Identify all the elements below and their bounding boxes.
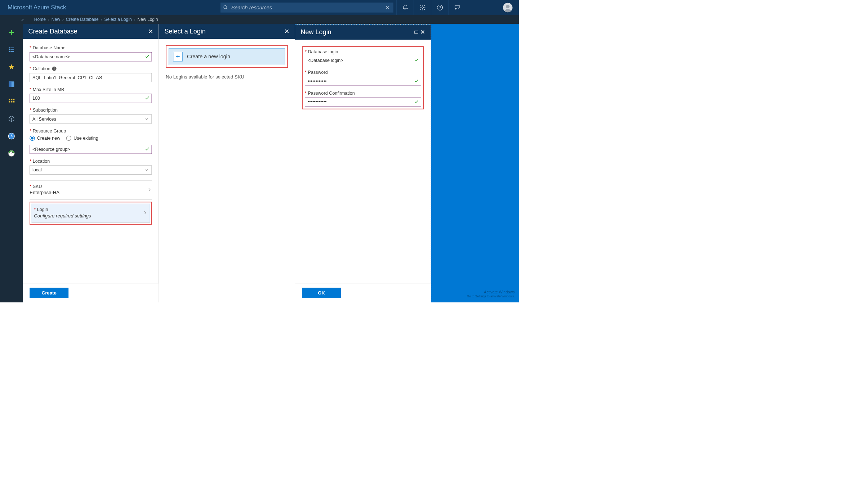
background-area: Activate Windows Go to Settings to activ…	[431, 24, 519, 302]
panel1-title: Create Database	[28, 28, 77, 35]
db-login-input[interactable]	[305, 56, 421, 65]
svg-rect-19	[13, 99, 14, 100]
check-icon	[145, 147, 150, 152]
rail-dashboard-icon[interactable]	[0, 76, 23, 93]
breadcrumb-expand-icon[interactable]: »	[19, 17, 26, 22]
svg-marker-14	[9, 64, 14, 69]
create-button[interactable]: Create	[30, 288, 68, 298]
panel-create-database: Create Database ✕ *Database Name *Collat…	[23, 24, 159, 302]
sku-row[interactable]: *SKU Enterprise-HA	[30, 181, 152, 199]
password-label: Password	[308, 70, 328, 75]
crumb-create-database[interactable]: Create Database	[66, 17, 99, 22]
info-icon[interactable]: i	[52, 67, 57, 71]
rail-favorites-icon[interactable]	[0, 58, 23, 76]
svg-rect-17	[9, 99, 10, 100]
settings-icon[interactable]	[414, 0, 431, 15]
search-input[interactable]	[231, 5, 384, 11]
panel-select-login: Select a Login ✕ Create a new login No L…	[159, 24, 295, 302]
ok-button[interactable]: OK	[302, 288, 341, 298]
watermark: Activate Windows Go to Settings to activ…	[467, 290, 515, 298]
plus-icon	[173, 52, 183, 61]
notifications-icon[interactable]	[396, 0, 414, 15]
top-bar: Microsoft Azure Stack ✕	[0, 0, 519, 15]
check-icon	[145, 54, 150, 60]
create-new-login-tile[interactable]: Create a new login	[169, 48, 285, 65]
rail-clock-icon[interactable]	[0, 127, 23, 145]
rail-gauge-icon[interactable]	[0, 145, 23, 162]
panel3-maximize-icon[interactable]	[413, 28, 420, 36]
search-clear-icon[interactable]: ✕	[384, 5, 391, 10]
rail-grid-icon[interactable]	[0, 93, 23, 110]
confirm-label: Password Confirmation	[308, 90, 355, 95]
collation-input[interactable]	[30, 73, 152, 82]
svg-point-5	[506, 5, 509, 8]
rail-cube-icon[interactable]	[0, 110, 23, 127]
rg-input[interactable]	[30, 145, 152, 154]
search-box[interactable]: ✕	[220, 3, 393, 13]
svg-point-12	[9, 51, 10, 52]
panel1-close-icon[interactable]: ✕	[148, 28, 153, 35]
feedback-icon[interactable]	[448, 0, 465, 15]
svg-rect-16	[9, 81, 12, 87]
svg-point-10	[9, 49, 10, 50]
rg-create-new-radio[interactable]: Create new	[30, 136, 60, 141]
rail-list-icon[interactable]	[0, 41, 23, 58]
chevron-right-icon	[147, 187, 152, 192]
svg-point-4	[440, 9, 440, 9]
check-icon	[414, 58, 419, 63]
chevron-right-icon	[143, 210, 147, 215]
no-logins-text: No Logins available for selected SKU	[166, 74, 288, 83]
panel3-close-icon[interactable]: ✕	[420, 29, 425, 36]
confirm-input[interactable]	[305, 98, 421, 107]
svg-point-0	[224, 6, 227, 9]
dbname-input[interactable]	[30, 52, 152, 61]
panel2-title: Select a Login	[165, 28, 206, 35]
chevron-down-icon	[144, 117, 149, 121]
maxsize-input[interactable]	[30, 94, 152, 103]
svg-rect-27	[415, 31, 418, 33]
maxsize-label: Max Size in MB	[33, 87, 64, 92]
help-icon[interactable]	[431, 0, 448, 15]
rg-use-existing-radio[interactable]: Use existing	[66, 136, 98, 141]
svg-rect-18	[11, 99, 12, 100]
rail-new-icon[interactable]	[0, 24, 23, 41]
svg-rect-20	[9, 101, 10, 102]
rg-label: Resource Group	[33, 128, 66, 133]
crumb-new-login: New Login	[138, 17, 158, 22]
check-icon	[414, 78, 419, 84]
svg-rect-21	[11, 101, 12, 102]
crumb-new[interactable]: New	[52, 17, 60, 22]
panel2-close-icon[interactable]: ✕	[284, 28, 289, 35]
breadcrumb: » Home› New› Create Database› Select a L…	[0, 15, 519, 24]
svg-point-8	[9, 48, 10, 48]
left-rail	[0, 24, 23, 302]
svg-point-2	[422, 7, 423, 9]
login-row[interactable]: *Login Configure required settings	[32, 204, 150, 223]
svg-rect-22	[13, 101, 14, 102]
search-icon	[223, 5, 228, 10]
subscription-label: Subscription	[33, 108, 58, 113]
location-label: Location	[33, 158, 50, 163]
collation-label: Collation	[33, 66, 50, 71]
location-select[interactable]: local	[30, 166, 152, 175]
crumb-select-login[interactable]: Select a Login	[104, 17, 132, 22]
password-input[interactable]	[305, 77, 421, 86]
brand-title: Microsoft Azure Stack	[0, 4, 220, 11]
panel-new-login: New Login ✕ *Database login *Password *P…	[295, 24, 431, 302]
db-login-label: Database login	[308, 49, 338, 54]
subscription-select[interactable]: All Services	[30, 114, 152, 123]
check-icon	[145, 95, 150, 101]
chevron-down-icon	[144, 168, 149, 172]
dbname-label: Database Name	[33, 45, 66, 50]
user-avatar[interactable]	[503, 3, 512, 12]
panel3-title: New Login	[301, 28, 331, 36]
crumb-home[interactable]: Home	[34, 17, 46, 22]
check-icon	[414, 99, 419, 105]
svg-line-1	[226, 8, 227, 9]
